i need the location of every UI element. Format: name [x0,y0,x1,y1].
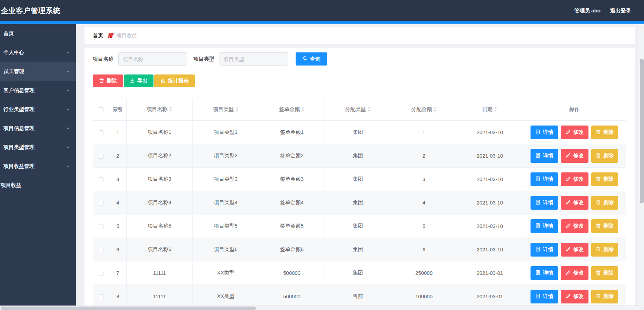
detail-button[interactable]: 详情 [531,172,558,186]
cell-alloc-amount: 1 [391,121,457,144]
column-header[interactable]: 分配类型 [325,98,391,121]
trash-icon [596,247,601,253]
column-header[interactable]: 项目名称 [127,98,193,121]
bar-chart-icon [160,78,166,84]
row-checkbox[interactable] [99,177,103,182]
cell-project-name: 项目名称2 [127,144,193,168]
detail-button[interactable]: 详情 [531,243,558,257]
cell-sign-amount: 签单金额4 [259,191,325,214]
row-checkbox[interactable] [99,130,103,135]
cell-project-name: 11111 [127,261,193,285]
sidebar-item-home[interactable]: 首页 [0,24,76,43]
sidebar-item-project-income-mgmt[interactable]: 项目收益管理 [0,157,76,176]
toolbar: 删除 导出 统计报表 [93,74,626,87]
row-checkbox-cell [93,238,109,261]
query-button[interactable]: 查询 [296,52,327,66]
delete-button[interactable]: 删除 [591,243,618,257]
table-row: 2项目名称2项目类型2签单金额2集团22021-03-10详情修改删除 [93,144,626,168]
project-type-input[interactable] [219,52,288,66]
logout-link[interactable]: 退出登录 [610,8,631,14]
document-icon [535,176,541,182]
cell-sign-amount: 签单金额6 [259,238,325,261]
navbar-right: 管理员 abo 退出登录 [574,8,631,14]
column-header-label: 项目名称 [147,106,168,112]
sidebar-item-label: 项目类型管理 [3,144,34,151]
document-icon [535,223,541,229]
delete-button[interactable]: 删除 [591,126,618,139]
sidebar-item-industry-type-mgmt[interactable]: 行业类型管理 [0,100,76,119]
sidebar-item-profile[interactable]: 个人中心 [0,43,76,62]
row-checkbox[interactable] [99,271,103,276]
row-actions-cell: 详情修改删除 [523,144,626,168]
edit-button[interactable]: 修改 [561,172,588,186]
sidebar: 首页个人中心员工管理客户信息管理行业类型管理项目信息管理项目类型管理项目收益管理… [0,24,76,310]
column-header[interactable]: 项目类型 [193,98,259,121]
row-checkbox[interactable] [99,294,103,299]
column-header[interactable]: 签单金额 [259,98,325,121]
sidebar-item-project-info-mgmt[interactable]: 项目信息管理 [0,119,76,138]
sidebar-item-label: 项目信息管理 [3,125,34,132]
horizontal-scrollbar [0,306,639,310]
breadcrumb-home[interactable]: 首页 [93,32,103,39]
row-checkbox[interactable] [99,224,103,229]
detail-button[interactable]: 详情 [531,290,558,303]
cell-alloc-amount: 6 [391,238,457,261]
edit-button[interactable]: 修改 [561,149,588,163]
delete-button[interactable]: 删除 [591,172,618,186]
column-header[interactable]: 分配金额 [391,98,457,121]
delete-button[interactable]: 删除 [591,196,618,210]
project-name-input[interactable] [118,52,187,66]
sidebar-item-project-income[interactable]: 项目收益 [0,176,76,195]
table-header-row: 索引项目名称项目类型签单金额分配类型分配金额日期操作 [93,98,626,121]
sidebar-item-project-type-mgmt[interactable]: 项目类型管理 [0,138,76,157]
table-row: 3项目名称3项目类型3签单金额3集团32021-03-10详情修改删除 [93,168,626,191]
cell-project-name: 项目名称6 [127,238,193,261]
detail-button[interactable]: 详情 [531,266,558,280]
column-header-label: 操作 [569,106,579,112]
cell-sign-amount: 签单金额5 [259,214,325,238]
delete-button[interactable]: 删除 [591,219,618,233]
edit-button[interactable]: 修改 [561,290,588,303]
row-checkbox[interactable] [99,154,103,159]
content-card: 项目名称 项目类型 查询 删除 [85,48,635,310]
delete-button[interactable]: 删除 [591,266,618,280]
detail-button[interactable]: 详情 [531,196,558,210]
row-actions-cell: 详情修改删除 [523,214,626,238]
select-all-checkbox[interactable] [99,107,103,112]
edit-button[interactable]: 修改 [561,196,588,210]
search-icon [303,56,308,62]
cell-alloc-type: 集团 [325,121,391,144]
row-checkbox[interactable] [99,248,103,252]
sidebar-item-employee-mgmt[interactable]: 员工管理 [0,62,76,81]
pencil-icon [566,200,571,206]
row-index: 8 [109,285,127,308]
detail-button[interactable]: 详情 [531,219,558,233]
column-header[interactable]: 日期 [457,98,523,121]
report-button[interactable]: 统计报表 [154,74,195,87]
trash-icon [596,270,601,276]
cell-alloc-amount: 2 [391,144,457,168]
row-checkbox[interactable] [99,201,103,206]
main-content: 首页 fff 项目收益 项目名称 项目类型 查询 [76,24,644,310]
horizontal-scrollbar-thumb[interactable] [1,307,256,310]
detail-button[interactable]: 详情 [531,149,558,163]
sidebar-item-customer-info-mgmt[interactable]: 客户信息管理 [0,81,76,100]
delete-button[interactable]: 删除 [591,149,618,163]
detail-button[interactable]: 详情 [531,126,558,139]
sidebar-item-label: 客户信息管理 [3,87,34,94]
table-row: 1项目名称1项目类型1签单金额1集团12021-03-10详情修改删除 [93,121,626,144]
navbar-user[interactable]: 管理员 abo [574,8,601,14]
cell-alloc-type: 集团 [325,214,391,238]
bulk-delete-button[interactable]: 删除 [93,74,123,87]
vertical-scrollbar-thumb[interactable] [640,59,644,203]
table-row: 6项目名称6项目类型6签单金额6集团62021-03-10详情修改删除 [93,238,626,261]
cell-alloc-amount: 3 [391,168,457,191]
delete-button[interactable]: 删除 [591,290,618,303]
edit-button[interactable]: 修改 [561,219,588,233]
trash-icon [596,153,601,159]
edit-button[interactable]: 修改 [561,126,588,139]
edit-button[interactable]: 修改 [561,243,588,257]
edit-button[interactable]: 修改 [561,266,588,280]
export-button[interactable]: 导出 [124,74,153,87]
cell-alloc-type: 集团 [325,191,391,214]
